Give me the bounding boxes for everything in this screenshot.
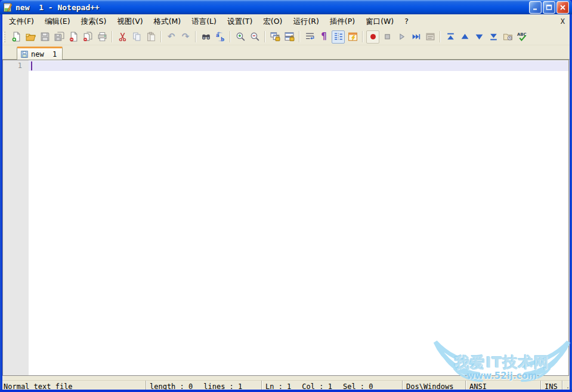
- play-macro-button[interactable]: [395, 30, 408, 44]
- close-all-button[interactable]: [81, 30, 94, 44]
- stop-square-icon: [382, 32, 392, 42]
- editor: 1: [2, 60, 569, 376]
- print-button[interactable]: [95, 30, 109, 44]
- menu-item-2[interactable]: 搜索(S): [76, 15, 112, 29]
- tab-bar: new 1: [0, 45, 572, 60]
- redo-button[interactable]: ↷: [179, 30, 192, 44]
- text-caret: [31, 61, 32, 70]
- menu-item-8[interactable]: 运行(R): [287, 15, 324, 29]
- sync-windows-lock-icon: [270, 32, 280, 42]
- abc-check-icon: ABC: [517, 32, 527, 42]
- word-wrap-button[interactable]: [303, 30, 316, 44]
- new-file-button[interactable]: [10, 30, 23, 44]
- go-to-prev-button[interactable]: [458, 30, 471, 44]
- toolbar-separator: [299, 31, 300, 42]
- menu-item-7[interactable]: 宏(O): [258, 15, 287, 29]
- notepadpp-icon: [3, 2, 13, 13]
- toolbar-separator: [230, 31, 231, 42]
- find-button[interactable]: [199, 30, 212, 44]
- cut-button[interactable]: [116, 30, 129, 44]
- window-border-bottom: [0, 390, 572, 392]
- menu-item-4[interactable]: 格式(M): [149, 15, 187, 29]
- record-dot-icon: [368, 32, 378, 42]
- printer-icon: [97, 32, 107, 42]
- replace-icon: ab: [215, 32, 225, 42]
- menu-item-9[interactable]: 插件(P): [324, 15, 360, 29]
- toolbar-separator: [440, 31, 441, 42]
- floppy-state-icon: [20, 50, 29, 58]
- tab-new-1[interactable]: new 1: [17, 47, 63, 60]
- clipboard-icon: [146, 32, 156, 42]
- spell-check-button[interactable]: ABC: [515, 30, 528, 44]
- toolbar-grip-handle[interactable]: [4, 32, 5, 42]
- zoom-in-button[interactable]: [234, 30, 247, 44]
- close-file-button[interactable]: [67, 30, 80, 44]
- line-number-gutter: 1: [3, 60, 29, 375]
- indent-guide-button[interactable]: [332, 30, 345, 44]
- sync-horizontal-scroll-button[interactable]: [283, 30, 296, 44]
- window-border-left: [0, 14, 2, 392]
- double-play-icon: [411, 32, 421, 42]
- menubar-close-icon[interactable]: X: [558, 17, 567, 26]
- user-defined-dialog-button[interactable]: [346, 30, 359, 44]
- tab-label: new 1: [31, 50, 57, 58]
- minimize-icon[interactable]: [529, 1, 542, 14]
- copy-icon: [132, 32, 142, 42]
- editor-zone: 1: [0, 60, 572, 376]
- nav-last-icon: [488, 32, 499, 42]
- save-macro-button[interactable]: [423, 30, 437, 44]
- save-icon: [40, 32, 50, 42]
- menu-item-10[interactable]: 窗口(W): [360, 15, 399, 29]
- replace-button[interactable]: ab: [214, 30, 227, 44]
- save-macro-icon: [425, 32, 435, 42]
- line-number: 1: [3, 61, 22, 70]
- maximize-icon[interactable]: [543, 1, 555, 14]
- sync-vertical-scroll-button[interactable]: [268, 30, 282, 44]
- scissors-icon: [118, 32, 128, 42]
- run-macro-multiple-button[interactable]: [409, 30, 422, 44]
- notepadpp-window: new 1 - Notepad++ 文件(F)编辑(E)搜索(S)视图(V)格式…: [0, 0, 572, 392]
- go-to-last-button[interactable]: [487, 30, 500, 44]
- close-icon[interactable]: [556, 1, 569, 14]
- menu-item-3[interactable]: 视图(V): [112, 15, 148, 29]
- redo-arrow-icon: ↷: [182, 32, 190, 41]
- close-all-icon: [83, 32, 93, 42]
- load-session-button[interactable]: [501, 30, 514, 44]
- save-all-button[interactable]: [52, 30, 66, 44]
- menu-item-5[interactable]: 语言(L): [186, 15, 222, 29]
- menu-item-11[interactable]: ?: [399, 15, 414, 29]
- zoom-out-button[interactable]: [248, 30, 261, 44]
- menu-item-6[interactable]: 设置(T): [222, 15, 258, 29]
- editor-text-area[interactable]: [29, 60, 568, 375]
- toolbar-separator: [112, 31, 113, 42]
- save-file-button[interactable]: [38, 30, 51, 44]
- nav-down-icon: [474, 32, 484, 42]
- play-triangle-icon: [397, 32, 407, 42]
- open-folder-icon: [26, 32, 36, 42]
- sync-windows-lock2-icon: [285, 32, 295, 42]
- stop-macro-button[interactable]: [381, 30, 394, 44]
- copy-button[interactable]: [130, 30, 143, 44]
- status-gap: [0, 376, 572, 380]
- menu-bar: 文件(F)编辑(E)搜索(S)视图(V)格式(M)语言(L)设置(T)宏(O)运…: [0, 14, 572, 29]
- go-to-first-button[interactable]: [444, 30, 457, 44]
- indent-guide-icon: [333, 32, 344, 42]
- new-file-icon: [11, 32, 21, 42]
- menu-item-1[interactable]: 编辑(E): [39, 15, 76, 29]
- window-title: new 1 - Notepad++: [16, 3, 529, 12]
- show-all-characters-button[interactable]: ¶: [317, 30, 330, 44]
- word-wrap-icon: [305, 32, 315, 42]
- go-to-next-button[interactable]: [472, 30, 486, 44]
- lightning-window-icon: [348, 32, 358, 42]
- nav-first-icon: [446, 32, 456, 42]
- current-line-highlight: [29, 61, 568, 71]
- magnifier-minus-icon: [250, 32, 260, 42]
- pilcrow-icon: ¶: [321, 32, 327, 41]
- folder-clock-icon: [503, 32, 513, 42]
- open-file-button[interactable]: [24, 30, 37, 44]
- paste-button[interactable]: [144, 30, 157, 44]
- undo-button[interactable]: ↶: [165, 30, 178, 44]
- menu-item-0[interactable]: 文件(F): [4, 15, 39, 29]
- title-bar: new 1 - Notepad++: [0, 0, 572, 14]
- record-macro-button[interactable]: [366, 30, 379, 44]
